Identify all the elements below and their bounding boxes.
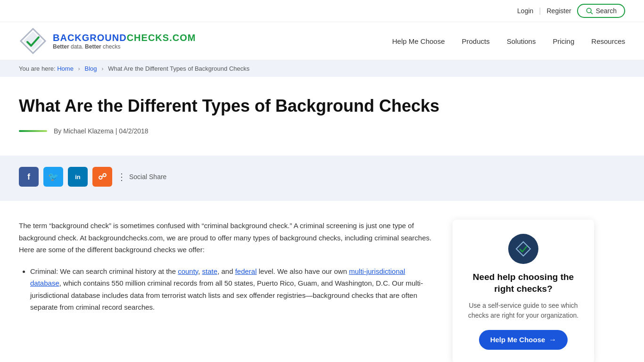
- list-item-mid1: ,: [198, 267, 202, 275]
- more-share-button[interactable]: ⋮ Social Share: [117, 171, 166, 182]
- sidebar: Need help choosing the right checks? Use…: [453, 220, 594, 362]
- twitter-share-button[interactable]: 🐦: [43, 167, 63, 187]
- tagline-better2: Better: [85, 43, 101, 50]
- facebook-share-button[interactable]: f: [19, 167, 39, 187]
- breadcrumb-home[interactable]: Home: [57, 65, 74, 72]
- nav-help-me-choose[interactable]: Help Me Choose: [392, 37, 445, 45]
- register-link[interactable]: Register: [547, 7, 571, 15]
- search-button[interactable]: Search: [577, 4, 625, 18]
- author-bar: [19, 130, 47, 132]
- list-item-criminal: Criminal: We can search criminal history…: [30, 265, 434, 313]
- top-bar: Login | Register Search: [0, 0, 644, 22]
- author-line: By Michael Klazema | 04/2/2018: [19, 127, 625, 135]
- rss-share-button[interactable]: ☍: [92, 167, 112, 187]
- content-wrapper: The term “background check” is sometimes…: [0, 201, 644, 362]
- breadcrumb-sep1: ›: [78, 65, 80, 72]
- diamond-check-icon: [515, 240, 532, 257]
- nav-products[interactable]: Products: [462, 37, 490, 45]
- logo-tagline: Better data. Better checks: [53, 43, 196, 50]
- svg-line-1: [590, 12, 592, 14]
- tagline-checks: checks: [101, 43, 121, 50]
- list-item-mid3: level. We also have our own: [257, 267, 349, 275]
- breadcrumb-sep2: ›: [101, 65, 103, 72]
- social-share-label: Social Share: [129, 173, 166, 181]
- federal-link[interactable]: federal: [235, 267, 257, 275]
- help-me-choose-button[interactable]: Help Me Choose →: [479, 330, 568, 350]
- logo-green: CHECKS.COM: [127, 33, 196, 43]
- help-btn-label: Help Me Choose: [490, 336, 545, 344]
- nav-resources[interactable]: Resources: [591, 37, 625, 45]
- sidebar-card-title: Need help choosing the right checks?: [464, 272, 583, 295]
- county-link[interactable]: county: [178, 267, 198, 275]
- login-link[interactable]: Login: [517, 7, 533, 15]
- rss-icon: ☍: [98, 172, 107, 182]
- logo-text: BACKGROUNDCHECKS.COM Better data. Better…: [53, 33, 196, 50]
- list-item-end: , which contains 550 million criminal re…: [30, 279, 423, 311]
- tagline-data: data.: [69, 43, 85, 50]
- nav-pricing[interactable]: Pricing: [553, 37, 574, 45]
- sidebar-card-icon: [508, 234, 538, 264]
- dots-icon: ⋮: [117, 171, 126, 182]
- state-link[interactable]: state: [202, 267, 218, 275]
- sidebar-card-desc: Use a self-service guide to see which ch…: [464, 301, 583, 321]
- list-item-mid2: , and: [217, 267, 235, 275]
- twitter-icon: 🐦: [48, 172, 58, 182]
- arrow-icon: →: [549, 336, 556, 344]
- list-item-criminal-prefix: Criminal: We can search criminal history…: [30, 267, 178, 275]
- breadcrumb-blog[interactable]: Blog: [85, 65, 97, 72]
- article-paragraph-1: The term “background check” is sometimes…: [19, 220, 434, 256]
- search-label: Search: [596, 7, 617, 15]
- main-nav: BACKGROUNDCHECKS.COM Better data. Better…: [0, 22, 644, 60]
- logo-name: BACKGROUNDCHECKS.COM: [53, 33, 196, 43]
- article-header: What Are the Different Types of Backgrou…: [0, 77, 644, 156]
- facebook-icon: f: [27, 172, 30, 182]
- logo: BACKGROUNDCHECKS.COM Better data. Better…: [19, 27, 196, 55]
- nav-links: Help Me Choose Products Solutions Pricin…: [392, 37, 625, 45]
- social-share-area: f 🐦 in ☍ ⋮ Social Share: [0, 156, 644, 201]
- svg-marker-4: [516, 242, 530, 256]
- sidebar-card-help: Need help choosing the right checks? Use…: [453, 220, 594, 362]
- logo-icon: [19, 27, 47, 55]
- breadcrumb: You are here: Home › Blog › What Are the…: [0, 60, 644, 77]
- article-list: Criminal: We can search criminal history…: [19, 265, 434, 313]
- linkedin-share-button[interactable]: in: [68, 167, 88, 187]
- separator: |: [539, 7, 541, 15]
- nav-solutions[interactable]: Solutions: [507, 37, 536, 45]
- search-icon: [586, 7, 593, 15]
- article-title: What Are the Different Types of Backgrou…: [19, 96, 625, 116]
- article-body: The term “background check” is sometimes…: [19, 220, 434, 362]
- tagline-better1: Better: [53, 43, 69, 50]
- author-text: By Michael Klazema | 04/2/2018: [54, 127, 149, 135]
- breadcrumb-current: What Are the Different Types of Backgrou…: [108, 65, 249, 72]
- linkedin-icon: in: [75, 173, 81, 181]
- logo-blue: BACKGROUND: [53, 33, 127, 43]
- breadcrumb-prefix: You are here:: [19, 65, 56, 72]
